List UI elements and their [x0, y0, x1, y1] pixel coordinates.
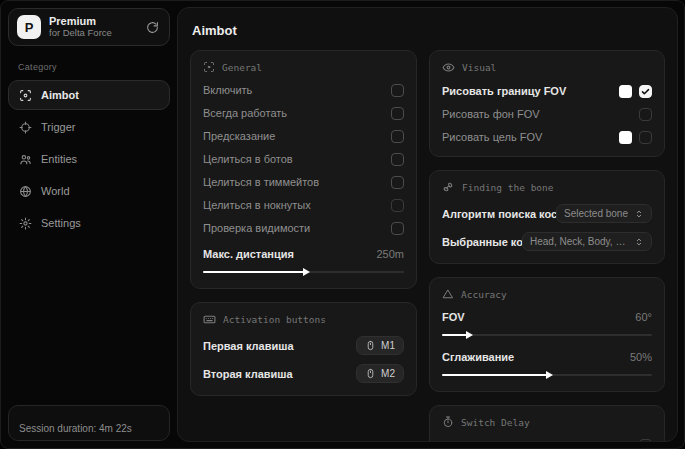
- accuracy-card: Accuracy FOV 60° Сглаживание 50%: [429, 277, 665, 392]
- switch-delay-card: Switch Delay Задержка переключения Задер…: [429, 405, 665, 442]
- checkbox-draw-fov-border[interactable]: [639, 85, 652, 98]
- bone-search-algorithm-row: Алгоритм поиска кост Selected bone: [442, 204, 652, 223]
- toggle-row-target-teammates: Целиться в тиммейтов: [203, 175, 404, 189]
- checkbox-visibility-check[interactable]: [391, 222, 404, 235]
- world-icon: [19, 185, 32, 198]
- checkbox-enable[interactable]: [391, 84, 404, 97]
- toggle-row-visibility-check: Проверка видимости: [203, 221, 404, 235]
- sidebar-item-label: Entities: [41, 153, 77, 165]
- fov-row: FOV 60°: [442, 310, 652, 324]
- right-column: Visual Рисовать границу FOV Рисовать фон…: [429, 50, 665, 442]
- finding-bone-card: Finding the bone Алгоритм поиска кост Se…: [429, 170, 665, 264]
- premium-title: Premium: [49, 15, 136, 28]
- second-key-button[interactable]: M2: [356, 364, 404, 383]
- card-title: Finding the bone: [462, 182, 554, 193]
- scan-icon: [203, 61, 215, 73]
- card-title: Switch Delay: [461, 417, 530, 428]
- checkbox-switch-delay[interactable]: [639, 439, 652, 443]
- sidebar-item-entities[interactable]: Entities: [8, 144, 170, 174]
- bone-algorithm-select[interactable]: Selected bone: [556, 204, 652, 223]
- eye-icon: [442, 61, 455, 74]
- toggle-row-enable: Включить: [203, 83, 404, 97]
- checkbox-prediction[interactable]: [391, 130, 404, 143]
- page-title: Aimbot: [192, 23, 665, 38]
- checkbox-target-bots[interactable]: [391, 153, 404, 166]
- sidebar-item-label: Trigger: [41, 121, 75, 133]
- selected-bones-row: Выбранные кос Head, Neck, Body, Pe...: [442, 232, 652, 251]
- max-distance-row: Макс. дистанция 250m: [203, 247, 404, 261]
- timer-icon: [442, 416, 454, 428]
- aimbot-icon: [19, 89, 32, 102]
- main-panel: Aimbot General Включить: [177, 7, 678, 442]
- toggle-row-target-knocked: Целиться в нокнутых: [203, 198, 404, 212]
- unfold-icon: [634, 237, 644, 247]
- mouse-icon: [365, 340, 376, 351]
- sidebar-item-world[interactable]: World: [8, 176, 170, 206]
- fov-border-color-swatch[interactable]: [619, 85, 632, 98]
- sidebar-item-settings[interactable]: Settings: [8, 208, 170, 238]
- sidebar-item-label: Aimbot: [41, 89, 79, 101]
- sidebar-item-trigger[interactable]: Trigger: [8, 112, 170, 142]
- draw-fov-background-row: Рисовать фон FOV: [442, 107, 652, 121]
- app-logo: P: [17, 15, 41, 39]
- toggle-row-prediction: Предсказание: [203, 129, 404, 143]
- sidebar: P Premium for Delta Force Category Aimbo…: [1, 1, 177, 448]
- card-title: Activation buttons: [223, 314, 326, 325]
- visual-card: Visual Рисовать границу FOV Рисовать фон…: [429, 50, 665, 157]
- category-label: Category: [18, 62, 170, 72]
- triangle-icon: [442, 288, 454, 300]
- sidebar-nav: Aimbot Trigger Entities World: [8, 80, 170, 238]
- checkbox-draw-fov-target[interactable]: [639, 131, 652, 144]
- draw-fov-target-row: Рисовать цель FOV: [442, 130, 652, 144]
- card-title: Accuracy: [461, 289, 507, 300]
- left-column: General Включить Всегда работать Предска…: [190, 50, 417, 442]
- keyboard-icon: [203, 313, 216, 326]
- fov-value: 60°: [635, 311, 652, 323]
- toggle-row-target-bots: Целиться в ботов: [203, 152, 404, 166]
- general-card: General Включить Всегда работать Предска…: [190, 50, 417, 289]
- checkbox-target-teammates[interactable]: [391, 176, 404, 189]
- draw-fov-border-row: Рисовать границу FOV: [442, 84, 652, 98]
- toggle-row-always-work: Всегда работать: [203, 106, 404, 120]
- card-title: Visual: [462, 62, 496, 73]
- mouse-icon: [365, 368, 376, 379]
- checkbox-always-work[interactable]: [391, 107, 404, 120]
- card-title: General: [222, 62, 262, 73]
- sidebar-item-label: World: [41, 185, 70, 197]
- max-distance-slider[interactable]: [203, 268, 404, 276]
- entities-icon: [19, 153, 32, 166]
- session-duration-card: Session duration: 4m 22s: [8, 405, 170, 441]
- premium-card: P Premium for Delta Force: [8, 8, 170, 46]
- trigger-icon: [19, 121, 32, 134]
- bone-icon: [442, 181, 455, 194]
- first-key-button[interactable]: M1: [356, 336, 404, 355]
- sidebar-item-aimbot[interactable]: Aimbot: [8, 80, 170, 110]
- smoothing-value: 50%: [630, 351, 652, 363]
- premium-subtitle: for Delta Force: [49, 28, 136, 39]
- app-window: P Premium for Delta Force Category Aimbo…: [0, 0, 685, 449]
- fov-slider[interactable]: [442, 331, 652, 339]
- smoothing-slider[interactable]: [442, 371, 652, 379]
- max-distance-value: 250m: [376, 248, 404, 260]
- activation-buttons-card: Activation buttons Первая клавиша M1 Вто…: [190, 302, 417, 396]
- smoothing-row: Сглаживание 50%: [442, 350, 652, 364]
- checkbox-target-knocked[interactable]: [391, 199, 404, 212]
- checkbox-draw-fov-background[interactable]: [639, 108, 652, 121]
- settings-icon: [19, 217, 32, 230]
- session-duration-label: Session duration: 4m 22s: [19, 423, 132, 434]
- selected-bones-select[interactable]: Head, Neck, Body, Pe...: [522, 232, 652, 251]
- second-key-row: Вторая клавиша M2: [203, 364, 404, 383]
- refresh-icon[interactable]: [144, 19, 161, 36]
- fov-target-color-swatch[interactable]: [619, 131, 632, 144]
- unfold-icon: [634, 209, 644, 219]
- sidebar-item-label: Settings: [41, 217, 81, 229]
- first-key-row: Первая клавиша M1: [203, 336, 404, 355]
- switch-delay-toggle-row: Задержка переключения: [442, 438, 652, 442]
